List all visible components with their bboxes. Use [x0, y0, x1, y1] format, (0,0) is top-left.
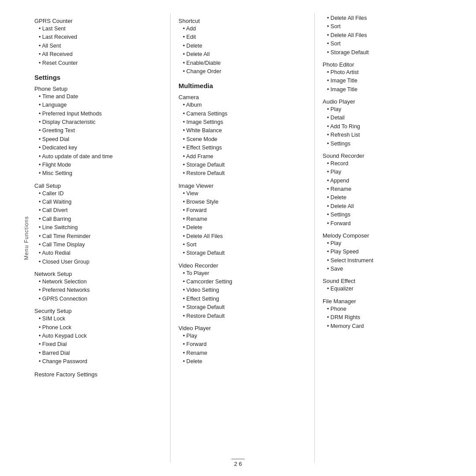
list-item: Play Speed — [323, 248, 450, 256]
group-gprs-counter: GPRS Counter Last Sent Last Received All… — [34, 18, 162, 67]
audio-player-title: Audio Player — [323, 98, 450, 105]
list-item: Delete — [178, 42, 306, 50]
group-file-manager: File Manager Phone DRM Rights Memory Car… — [323, 298, 450, 331]
list-item: Auto Keypad Lock — [34, 332, 162, 340]
multimedia-title: Multimedia — [178, 82, 306, 89]
group-melody-composer: Melody Composer Play Play Speed Select I… — [323, 232, 450, 274]
list-item: Last Sent — [34, 25, 162, 33]
list-item: Sort — [178, 241, 306, 249]
list-item: Delete — [178, 357, 306, 366]
list-item: Settings — [323, 211, 450, 219]
list-item: Sort — [323, 40, 450, 48]
list-item: View — [178, 190, 306, 198]
list-item: Delete — [323, 193, 450, 202]
list-item: Save — [323, 265, 450, 273]
list-item: Restore Default — [178, 169, 306, 178]
list-item: Reset Counter — [34, 59, 162, 67]
security-setup-title: Security Setup — [34, 308, 162, 314]
group-shortcut: Shortcut Add Edit Delete Delete All Enab… — [178, 18, 306, 76]
list-item: Delete All Files — [323, 31, 450, 40]
file-manager-title: File Manager — [323, 298, 450, 305]
list-item: Greeting Text — [34, 126, 162, 135]
list-item: Refresh List — [323, 131, 450, 139]
list-item: Speed Dial — [34, 135, 162, 144]
list-item: Storage Default — [178, 161, 306, 169]
list-item: Delete — [178, 223, 306, 232]
list-item: To Player — [178, 269, 306, 278]
list-item: Camcorder Setting — [178, 278, 306, 286]
list-item: Line Switching — [34, 223, 162, 232]
list-item: Play — [323, 168, 450, 176]
list-item: Forward — [178, 340, 306, 349]
list-item: Change Order — [178, 67, 306, 76]
list-item: All Received — [34, 50, 162, 59]
network-setup-title: Network Setup — [34, 271, 162, 277]
list-item: Storage Default — [178, 249, 306, 257]
page-number: 2 6 — [231, 459, 245, 467]
list-item: Dedicated key — [34, 144, 162, 152]
group-audio-player: Audio Player Play Detail Add To Ring Ref… — [323, 98, 450, 148]
list-item: Camera Settings — [178, 110, 306, 118]
shortcut-title: Shortcut — [178, 18, 306, 24]
settings-title: Settings — [34, 74, 162, 81]
list-item: Play — [178, 332, 306, 340]
list-item: Rename — [178, 349, 306, 357]
list-item: Add To Ring — [323, 123, 450, 131]
list-item: SIM Lock — [34, 315, 162, 323]
list-item: Append — [323, 177, 450, 185]
list-item: Language — [34, 101, 162, 109]
list-item: Equalizer — [323, 285, 450, 293]
list-item: Call Time Display — [34, 241, 162, 249]
list-item: White Balance — [178, 126, 306, 135]
sound-effect-title: Sound Effect — [323, 278, 450, 284]
list-item: Restore Default — [178, 312, 306, 320]
list-item: Edit — [178, 33, 306, 41]
page-number-line — [231, 459, 245, 459]
list-item: Rename — [323, 185, 450, 193]
list-item: Change Password — [34, 357, 162, 366]
image-viewer-title: Image Viewer — [178, 182, 306, 189]
sidebar-label: Menu Functions — [23, 216, 30, 260]
list-item: Phone — [323, 305, 450, 313]
section-settings: Settings Phone Setup Time and Date Langu… — [34, 74, 162, 366]
list-item: Scene Mode — [178, 135, 306, 144]
list-item: Delete All — [323, 202, 450, 211]
column-1: GPRS Counter Last Sent Last Received All… — [26, 13, 170, 463]
list-item: Image Settings — [178, 118, 306, 126]
list-item: Barred Dial — [34, 349, 162, 357]
list-item: Call Waiting — [34, 198, 162, 206]
list-item: Browse Style — [178, 198, 306, 206]
list-item: Time and Date — [34, 93, 162, 101]
list-item: Delete All Files — [323, 14, 450, 22]
list-item: Caller ID — [34, 190, 162, 198]
list-item: Flight Mode — [34, 161, 162, 169]
list-item: Storage Default — [323, 48, 450, 57]
list-item: Record — [323, 160, 450, 168]
list-item: Auto update of date and time — [34, 152, 162, 161]
page: Menu Functions GPRS Counter Last Sent La… — [0, 0, 476, 476]
group-continuation: Delete All Files Sort Delete All Files S… — [323, 14, 450, 57]
list-item: Phone Lock — [34, 324, 162, 332]
phone-setup-title: Phone Setup — [34, 86, 162, 92]
list-item: Call Time Reminder — [34, 232, 162, 241]
group-photo-editor: Photo Editor Photo Artist Image Title Im… — [323, 61, 450, 94]
restore-title: Restore Factory Settings — [34, 371, 162, 378]
list-item: Image Title — [323, 86, 450, 94]
list-item: Storage Default — [178, 303, 306, 312]
list-item: Enable/Diable — [178, 59, 306, 67]
camera-title: Camera — [178, 94, 306, 100]
list-item: Add — [178, 25, 306, 33]
list-item: Rename — [178, 215, 306, 223]
list-item: Fixed Dial — [34, 340, 162, 349]
list-item: Memory Card — [323, 322, 450, 331]
list-item: Photo Artist — [323, 68, 450, 77]
list-item: Forward — [178, 206, 306, 215]
list-item: Image Title — [323, 77, 450, 85]
list-item: Auto Redial — [34, 249, 162, 257]
list-item: Forward — [323, 219, 450, 228]
list-item: Misc Setting — [34, 169, 162, 178]
list-item: All Sent — [34, 42, 162, 50]
group-sound-recorder: Sound Recorder Record Play Append Rename… — [323, 152, 450, 228]
list-item: Settings — [323, 140, 450, 148]
melody-composer-title: Melody Composer — [323, 232, 450, 239]
